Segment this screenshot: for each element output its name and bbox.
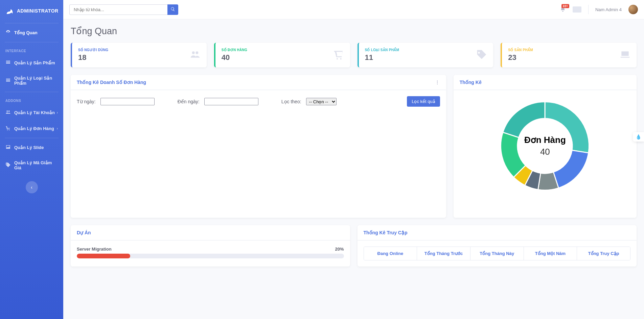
stat-label: SỐ NGƯỜI DÙNG (78, 48, 108, 52)
panel-title: Thống Kê (460, 80, 482, 85)
sidebar-item-label: Tổng Quan (14, 30, 38, 35)
search-input[interactable] (69, 4, 167, 15)
avatar[interactable] (628, 5, 638, 14)
stat-card[interactable]: SỐ NGƯỜI DÙNG18 (71, 43, 207, 67)
sidebar: ADMINISTRATOR Tổng Quan INTERFACE Quản L… (0, 0, 63, 319)
language-switch[interactable] (573, 6, 581, 13)
chevron-right-icon: › (57, 127, 58, 130)
stat-value: 23 (508, 53, 533, 62)
traffic-tab[interactable]: Đang Online (364, 247, 417, 260)
topbar: 22+ Nam Admin 4 (63, 0, 644, 19)
stat-card[interactable]: SỐ LOẠI SẢN PHẨM11 (358, 43, 493, 67)
stat-value: 18 (78, 53, 108, 62)
sales-chart-area (77, 107, 440, 212)
sidebar-item-label: Quản Lý Đơn Hàng (14, 126, 54, 131)
traffic-tab[interactable]: Tổng Tháng Này (470, 247, 524, 260)
traffic-tab[interactable]: Tổng Truy Cập (577, 247, 630, 260)
from-date-label: Từ ngày: (77, 99, 96, 104)
stat-label: SỐ SẢN PHẨM (508, 48, 533, 52)
project-name: Server Migration (77, 247, 112, 252)
chevron-left-icon: ‹ (31, 185, 32, 190)
stat-card[interactable]: SỐ SẢN PHẨM23 (501, 43, 637, 67)
notification-badge: 22+ (561, 4, 569, 8)
chevron-right-icon: › (57, 111, 58, 114)
list-icon (5, 78, 11, 84)
filter-select[interactable]: -- Chọn -- (306, 98, 337, 105)
search-button[interactable] (167, 4, 178, 15)
sidebar-item-label: Quản Lý Tài Khoản (14, 110, 55, 115)
brand[interactable]: ADMINISTRATOR (0, 0, 63, 22)
donut-center-value: 40 (524, 147, 566, 157)
sidebar-item-product-types[interactable]: Quản Lý Loại Sản Phẩm (0, 71, 63, 90)
search-form (69, 4, 178, 15)
progress-bar (77, 254, 344, 258)
sidebar-item-label: Quản Lý Loại Sản Phẩm (14, 76, 58, 86)
divider (5, 42, 59, 42)
panel-title: Dự Án (77, 230, 91, 235)
panel-menu-button[interactable]: ⋮ (435, 80, 440, 85)
sales-panel: Thống Kê Doanh Số Đơn Hàng ⋮ Từ ngày: Đế… (71, 75, 446, 218)
sidebar-item-products[interactable]: Quản Lý Sản Phẩm (0, 55, 63, 71)
sidebar-item-orders[interactable]: Quản Lý Đơn Hàng › (0, 121, 63, 136)
floating-widget[interactable]: 💧 (633, 132, 644, 142)
stat-value: 11 (365, 53, 399, 62)
brand-text: ADMINISTRATOR (17, 8, 59, 14)
stat-card[interactable]: SỐ ĐƠN HÀNG40 (214, 43, 350, 67)
panel-title: Thống Kê Truy Cập (364, 230, 408, 235)
stat-label: SỐ LOẠI SẢN PHẨM (365, 48, 399, 52)
divider (5, 23, 59, 23)
sidebar-item-overview[interactable]: Tổng Quan (0, 25, 63, 41)
panel-title: Thống Kê Doanh Số Đơn Hàng (77, 80, 146, 85)
donut-panel: Thống Kê Đơn Hàng 40 (454, 75, 637, 218)
filter-submit-button[interactable]: Lọc kết quả (407, 96, 440, 107)
user-name[interactable]: Nam Admin 4 (595, 7, 622, 12)
stat-value: 40 (222, 53, 247, 62)
brand-logo-icon (5, 6, 14, 16)
stat-label: SỐ ĐƠN HÀNG (222, 48, 247, 52)
project-pct: 20% (335, 247, 344, 252)
to-date-input[interactable] (204, 98, 258, 105)
sidebar-item-accounts[interactable]: Quản Lý Tài Khoản › (0, 105, 63, 121)
bell-icon (560, 8, 566, 13)
sidebar-heading-addons: ADDONS (0, 93, 63, 105)
tag-icon (476, 49, 487, 61)
search-icon (170, 7, 175, 13)
gauge-icon (5, 29, 11, 36)
sidebar-item-label: Quản Lý Slide (14, 145, 44, 150)
cart-icon (333, 49, 344, 61)
list-icon (5, 60, 11, 66)
laptop-icon (620, 49, 630, 61)
notifications-button[interactable]: 22+ (560, 6, 566, 13)
sidebar-item-slides[interactable]: Quản Lý Slide (0, 140, 63, 155)
traffic-panel: Thống Kê Truy Cập Đang OnlineTổng Tháng … (358, 225, 637, 267)
from-date-input[interactable] (100, 98, 155, 105)
to-date-label: Đến ngày: (178, 99, 200, 104)
divider (5, 138, 59, 138)
page-title: Tổng Quan (71, 26, 637, 37)
droplet-icon: 💧 (636, 134, 641, 140)
sidebar-collapse-button[interactable]: ‹ (26, 181, 38, 193)
users-icon (190, 49, 201, 61)
sidebar-item-label: Quản Lý Mã Giảm Giá (14, 160, 58, 170)
divider (5, 92, 59, 92)
sidebar-item-discounts[interactable]: Quản Lý Mã Giảm Giá (0, 155, 63, 175)
donut-center-title: Đơn Hàng (524, 135, 566, 145)
users-icon (5, 109, 11, 116)
tag-icon (5, 162, 11, 169)
divider (588, 5, 589, 14)
traffic-tab[interactable]: Tổng Một Năm (524, 247, 577, 260)
traffic-tab[interactable]: Tổng Tháng Trước (417, 247, 470, 260)
cart-icon (5, 125, 11, 132)
image-icon (5, 144, 11, 151)
projects-panel: Dự Án Server Migration20% (71, 225, 350, 267)
sidebar-item-label: Quản Lý Sản Phẩm (14, 60, 55, 65)
sidebar-heading-interface: INTERFACE (0, 44, 63, 55)
filter-by-label: Lọc theo: (281, 99, 301, 104)
